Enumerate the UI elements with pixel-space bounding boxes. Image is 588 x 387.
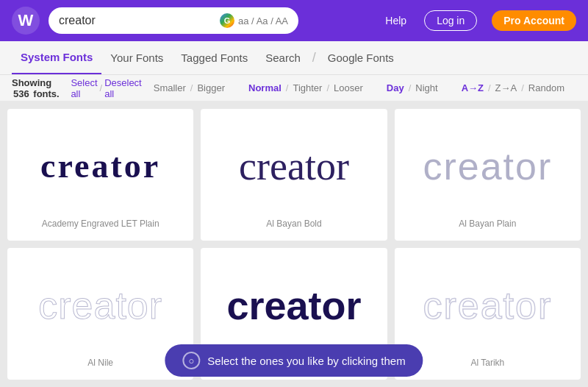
sort-za[interactable]: Z→A bbox=[495, 82, 517, 93]
sort-random[interactable]: Random bbox=[528, 82, 564, 93]
nav-tagged-fonts[interactable]: Tagged Fonts bbox=[172, 41, 257, 74]
font-preview-2: creator bbox=[423, 121, 552, 213]
google-icon: G bbox=[220, 13, 234, 28]
font-grid: creator Academy Engraved LET Plain creat… bbox=[0, 102, 588, 387]
sort-group: A→Z / Z→A / Random bbox=[462, 82, 564, 93]
toast-message: Select the ones you like by clicking the… bbox=[207, 355, 405, 367]
search-bar: G aa / Aa / AA bbox=[49, 7, 298, 34]
font-preview-1: creator bbox=[239, 121, 349, 213]
size-group: Smaller / Bigger bbox=[154, 82, 225, 93]
font-preview-4: creator bbox=[226, 260, 361, 352]
help-link[interactable]: Help bbox=[385, 15, 406, 26]
font-preview-0: creator bbox=[40, 121, 160, 213]
logo-icon: W bbox=[12, 7, 40, 35]
login-button[interactable]: Log in bbox=[424, 10, 477, 31]
search-input[interactable] bbox=[59, 14, 214, 27]
header: W G aa / Aa / AA Help Log in Pro Account bbox=[0, 0, 588, 41]
font-count: 536 bbox=[13, 88, 29, 99]
showing-label: Showing bbox=[12, 77, 51, 88]
mode-group: Day / Night bbox=[387, 82, 438, 93]
font-name-0: Academy Engraved LET Plain bbox=[42, 219, 159, 229]
toolbar: Showing 536 fonts. Select all / Deselect… bbox=[0, 75, 588, 102]
font-preview-5: creator bbox=[423, 260, 552, 352]
looser-label[interactable]: Looser bbox=[334, 82, 363, 93]
font-card-0[interactable]: creator Academy Engraved LET Plain bbox=[7, 109, 193, 241]
normal-label[interactable]: Normal bbox=[248, 82, 282, 93]
nav-your-fonts[interactable]: Your Fonts bbox=[101, 41, 172, 74]
sort-az[interactable]: A→Z bbox=[462, 82, 484, 93]
nav-system-fonts[interactable]: System Fonts bbox=[12, 41, 101, 74]
font-card-1[interactable]: creator Al Bayan Bold bbox=[201, 109, 387, 241]
font-preview-3: creator bbox=[38, 260, 162, 352]
font-name-3: Al Nile bbox=[87, 358, 113, 368]
spacing-group: Normal / Tighter / Looser bbox=[248, 82, 363, 93]
toast-icon: ○ bbox=[182, 352, 200, 369]
nav-separator: / bbox=[309, 50, 319, 65]
night-label[interactable]: Night bbox=[415, 82, 437, 93]
nav-google-fonts[interactable]: Google Fonts bbox=[319, 41, 403, 74]
pro-account-button[interactable]: Pro Account bbox=[492, 10, 576, 31]
deselect-all-link[interactable]: Deselect all bbox=[104, 77, 142, 99]
font-name-5: Al Tarikh bbox=[470, 358, 504, 368]
bigger-label[interactable]: Bigger bbox=[197, 82, 225, 93]
google-badge: G aa / Aa / AA bbox=[220, 13, 288, 28]
font-name-1: Al Bayan Bold bbox=[266, 219, 321, 229]
showing-info: Showing 536 fonts. bbox=[12, 77, 65, 99]
sel-sep: / bbox=[100, 82, 103, 93]
smaller-label[interactable]: Smaller bbox=[154, 82, 186, 93]
fonts-label: fonts. bbox=[33, 88, 59, 99]
font-card-2[interactable]: creator Al Bayan Plain bbox=[395, 109, 581, 241]
tighter-label[interactable]: Tighter bbox=[293, 82, 322, 93]
nav-search[interactable]: Search bbox=[257, 41, 309, 74]
navigation: System Fonts Your Fonts Tagged Fonts Sea… bbox=[0, 41, 588, 75]
day-label[interactable]: Day bbox=[387, 82, 404, 93]
svg-text:W: W bbox=[18, 11, 34, 29]
select-all-link[interactable]: Select all bbox=[71, 77, 97, 99]
font-name-2: Al Bayan Plain bbox=[459, 219, 516, 229]
google-case-label: aa / Aa / AA bbox=[238, 15, 288, 26]
toast-notification: ○ Select the ones you like by clicking t… bbox=[165, 344, 423, 377]
